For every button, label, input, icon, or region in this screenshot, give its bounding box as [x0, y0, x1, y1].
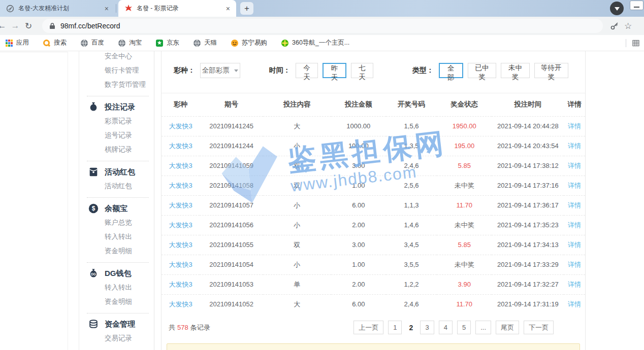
sidebar-item[interactable]: 彩票记录 [79, 114, 154, 128]
lottery-link[interactable]: 大发快3 [162, 176, 200, 195]
time-filter-button[interactable]: 今天 [296, 63, 318, 78]
type-filter-button[interactable]: 等待开奖 [534, 63, 568, 78]
mf-logo-icon [6, 5, 14, 13]
tab-close-icon[interactable]: × [104, 5, 110, 13]
page-number-button[interactable]: 5 [457, 321, 471, 334]
lottery-link[interactable]: 大发快3 [162, 136, 200, 156]
svg-text:$: $ [92, 205, 95, 212]
lottery-link[interactable]: 大发快3 [162, 215, 200, 235]
reload-icon[interactable]: ↻ [22, 21, 35, 31]
detail-link[interactable]: 详情 [564, 235, 585, 255]
bookmarks-panel-icon[interactable] [632, 39, 640, 47]
sidebar-item[interactable]: 追号记录 [79, 128, 154, 143]
detail-link[interactable]: 详情 [564, 274, 585, 294]
sidebar-item[interactable]: 数字货币管理 [79, 78, 154, 92]
back-icon[interactable]: ← [0, 21, 9, 31]
lottery-link[interactable]: 大发快3 [162, 274, 200, 294]
bookmark-item[interactable]: 360导航_一个主页... [281, 39, 349, 47]
chevron-down-icon [234, 69, 238, 74]
sidebar-group-label: 活动红包 [105, 167, 135, 177]
profile-avatar[interactable] [610, 2, 624, 15]
lottery-link[interactable]: 大发快3 [162, 235, 200, 255]
bookmark-item[interactable]: 苏宁易购 [231, 39, 267, 47]
page-ellipsis-button[interactable]: ... [475, 321, 491, 334]
content-cell: 小 [263, 215, 331, 235]
prev-page-button[interactable]: 上一页 [353, 321, 383, 334]
content-cell: 小 [263, 136, 331, 156]
time-cell: 2021-09-14 17:37:16 [492, 176, 564, 195]
detail-link[interactable]: 详情 [564, 294, 585, 314]
time-filter-group: 今天昨天七天 [296, 63, 378, 78]
detail-link[interactable]: 详情 [564, 136, 585, 156]
bet-record-card: 彩种： 全部彩票 时间： 今天昨天七天 类型： 全部已中奖未中奖等待开奖 彩种期… [161, 51, 586, 350]
bookmark-item[interactable]: 京东 [155, 39, 179, 47]
window-minimize-button[interactable] [630, 1, 643, 10]
bookmark-item[interactable]: 百度 [80, 39, 104, 47]
sidebar-group-header[interactable]: 活动红包 [79, 165, 154, 179]
page-number-button[interactable]: 3 [420, 321, 434, 334]
bookmark-item[interactable]: 淘宝 [118, 39, 142, 47]
time-filter-button[interactable]: 七天 [351, 63, 373, 78]
detail-link[interactable]: 详情 [564, 255, 585, 274]
sidebar-item[interactable]: 转入转出 [79, 230, 154, 244]
type-filter-button[interactable]: 全部 [439, 63, 463, 78]
bookmark-star-icon[interactable]: ☆ [624, 21, 632, 31]
sidebar-group-header[interactable]: 资金管理 [79, 317, 154, 331]
detail-link[interactable]: 详情 [564, 215, 585, 235]
browser-tab-bet-record[interactable]: 名發 - 彩票记录 × [118, 0, 236, 17]
page-number-button[interactable]: 1 [388, 321, 402, 334]
sidebar-item[interactable]: 活动红包 [79, 179, 154, 193]
numbers-cell: 3,4,5 [386, 235, 437, 255]
bookmark-label: 360导航_一个主页... [292, 39, 349, 47]
lottery-link[interactable]: 大发快3 [162, 255, 200, 274]
red-star-icon [124, 5, 133, 13]
sidebar-item[interactable]: 资金明细 [79, 244, 154, 258]
time-cell: 2021-09-14 20:44:28 [492, 116, 564, 136]
content-cell: 双 [263, 156, 331, 176]
issue-cell: 202109141054 [200, 255, 263, 274]
detail-link[interactable]: 详情 [564, 195, 585, 215]
bookmark-item[interactable]: 天猫 [193, 39, 217, 47]
page-number-button[interactable]: 4 [439, 321, 453, 334]
sidebar-item[interactable]: 棋牌记录 [79, 143, 154, 157]
bookmark-item[interactable]: 应用 [5, 39, 29, 47]
sidebar-item[interactable]: 安全中心 [79, 51, 154, 63]
detail-link[interactable]: 详情 [564, 156, 585, 176]
sidebar-item[interactable]: 交易记录 [79, 331, 154, 345]
key-icon[interactable] [610, 21, 619, 30]
type-filter-button[interactable]: 已中奖 [468, 63, 497, 78]
sidebar-group-header[interactable]: 投注记录 [79, 100, 154, 114]
bookmark-item[interactable]: 搜索 [43, 39, 67, 47]
detail-link[interactable]: 详情 [564, 176, 585, 195]
table-header-cell: 彩种 [162, 93, 200, 116]
table-header-cell: 详情 [564, 93, 585, 116]
new-tab-button[interactable]: + [240, 2, 253, 15]
time-cell: 2021-09-14 17:32:27 [492, 274, 564, 294]
content-cell: 小 [263, 255, 331, 274]
sidebar-item[interactable]: 转入转出 [79, 281, 154, 295]
sidebar-group-label: 资金管理 [105, 320, 135, 329]
lottery-select[interactable]: 全部彩票 [200, 63, 240, 78]
detail-link[interactable]: 详情 [564, 116, 585, 136]
browser-tab-plan[interactable]: 名發-大发精准计划 × [0, 0, 115, 17]
lottery-link[interactable]: 大发快3 [162, 116, 200, 136]
sidebar-group-header[interactable]: DGDG钱包 [79, 266, 154, 281]
sidebar-item[interactable]: 账户总览 [79, 216, 154, 230]
forward-icon[interactable]: → [9, 21, 22, 31]
type-filter-button[interactable]: 未中奖 [501, 63, 530, 78]
last-page-button[interactable]: 尾页 [496, 321, 519, 334]
address-bar[interactable]: 98mf.cc/betRecord [42, 19, 603, 33]
sidebar-item[interactable]: 资金明细 [79, 295, 154, 309]
sidebar-group-header[interactable]: $余额宝 [79, 201, 154, 216]
lottery-link[interactable]: 大发快3 [162, 195, 200, 215]
lottery-link[interactable]: 大发快3 [162, 294, 200, 314]
time-filter-button[interactable]: 昨天 [323, 63, 346, 78]
sidebar-divider [87, 96, 149, 96]
table-row: 大发快3 202109141054 小 1.00 3,5,5 未中奖 2021-… [162, 255, 585, 274]
table-row: 大发快3 202109141059 双 3.00 2,4,6 5.85 2021… [162, 156, 585, 176]
lottery-link[interactable]: 大发快3 [162, 156, 200, 176]
tab-close-icon[interactable]: × [225, 5, 231, 13]
url-text: 98mf.cc/betRecord [60, 22, 120, 30]
sidebar-item[interactable]: 银行卡管理 [79, 63, 154, 78]
next-page-button[interactable]: 下一页 [524, 321, 554, 334]
